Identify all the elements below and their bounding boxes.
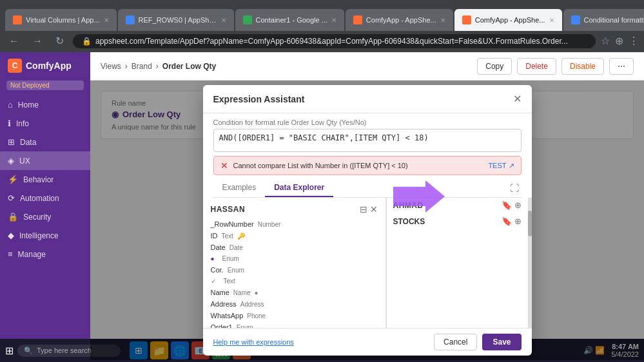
home-icon: ⌂ <box>8 100 13 110</box>
sidebar: C ComfyApp Not Deployed ⌂ Home ℹ Info ⊞ … <box>0 52 90 360</box>
page-title: Order Low Qty <box>162 62 216 71</box>
tab-comfyapp-1[interactable]: ComfyApp - AppShe... ✕ <box>346 9 453 31</box>
sidebar-item-info[interactable]: ℹ Info <box>0 114 90 133</box>
dialog-condition-label: Condition for format rule Order Low Qty … <box>203 113 532 129</box>
tab-close-icon[interactable]: ✕ <box>104 17 109 24</box>
browser-chrome: Virtual Columns | App... ✕ REF_ROWS0 | A… <box>0 0 644 31</box>
menu-icon[interactable]: ⋮ <box>629 35 639 47</box>
field-row-id[interactable]: ID Text 🔑 <box>203 230 385 242</box>
tab-virtual-columns[interactable]: Virtual Columns | App... ✕ <box>5 9 117 31</box>
field-name: Order1 <box>211 323 233 328</box>
test-link[interactable]: TEST ↗ <box>488 162 514 170</box>
bookmark-pane-icon[interactable]: 🔖 <box>502 200 512 210</box>
close-right-pane-icon[interactable]: ⊕ <box>514 200 522 210</box>
security-icon: 🔒 <box>8 212 18 222</box>
external-link-icon: ↗ <box>509 162 514 170</box>
field-row-address[interactable]: Address Address <box>203 298 385 310</box>
copy-button[interactable]: Copy <box>477 58 512 75</box>
check-icon: ✓ <box>211 278 216 285</box>
sidebar-item-behavior[interactable]: ⚡ Behavior <box>0 170 90 189</box>
field-row-name[interactable]: Name Name ● <box>203 287 385 298</box>
expression-input[interactable]: AND([ORDER1] = "BASIC CHAIR",[ITEM QTY] … <box>213 129 522 152</box>
expression-text: AND([ORDER1] = "BASIC CHAIR",[ITEM QTY] … <box>219 133 429 142</box>
save-button[interactable]: Save <box>482 334 521 350</box>
field-name: WhatsApp <box>211 312 244 319</box>
right-pane-stocks[interactable]: STOCKS 🔖 ⊕ <box>387 214 528 229</box>
field-row-date[interactable]: Date Date <box>203 242 385 253</box>
field-row-rownumber[interactable]: _RowNumber Number <box>203 218 385 230</box>
info-icon: ℹ <box>8 119 11 128</box>
arrow-annotation <box>393 180 445 214</box>
help-link[interactable]: Help me with expressions <box>213 338 294 346</box>
refresh-button[interactable]: ↻ <box>52 33 68 48</box>
disable-button[interactable]: Disable <box>561 58 604 75</box>
forward-button[interactable]: → <box>28 34 46 48</box>
field-row-check[interactable]: ✓ Text <box>203 276 385 287</box>
field-row-cor[interactable]: Cor. Enum <box>203 264 385 276</box>
more-button[interactable]: ⋯ <box>609 58 634 75</box>
tab-ref-rows[interactable]: REF_ROWS0 | AppShe... ✕ <box>118 9 234 31</box>
start-button[interactable]: ⊞ <box>5 345 14 357</box>
filter-icon[interactable]: ⊟ <box>360 204 367 214</box>
tab-container[interactable]: Container1 - Google ... ✕ <box>235 9 344 31</box>
scroll-indicator[interactable] <box>528 198 532 328</box>
tab-close-icon[interactable]: ✕ <box>221 17 226 24</box>
sidebar-item-label: Manage <box>18 250 46 259</box>
bookmark-stocks-icon[interactable]: 🔖 <box>502 216 512 226</box>
sidebar-item-home[interactable]: ⌂ Home <box>0 95 90 114</box>
scroll-thumb[interactable] <box>528 211 532 236</box>
close-pane-icon[interactable]: ✕ <box>370 204 378 214</box>
data-icon: ⊞ <box>8 137 15 147</box>
tab-favicon <box>243 15 252 24</box>
tab-label: REF_ROWS0 | AppShe... <box>139 16 217 24</box>
tab-favicon <box>571 15 580 24</box>
deployment-badge: Not Deployed <box>6 81 84 90</box>
tab-conditional[interactable]: Conditional formatti... ✕ <box>563 9 644 31</box>
address-text: appsheet.com/Template/AppDef?appName=Com… <box>95 37 568 46</box>
sidebar-item-data[interactable]: ⊞ Data <box>0 133 90 151</box>
sidebar-item-security[interactable]: 🔒 Security <box>0 207 90 226</box>
tab-data-explorer-label: Data Explorer <box>274 183 324 192</box>
ssl-lock-icon: 🔒 <box>82 37 92 46</box>
dialog-close-button[interactable]: ✕ <box>513 93 522 105</box>
field-type: Name <box>233 289 251 296</box>
tab-close-icon[interactable]: ✕ <box>549 17 554 24</box>
tab-label: Virtual Columns | App... <box>26 16 100 24</box>
stocks-label: STOCKS <box>393 217 425 226</box>
tab-favicon <box>126 15 135 24</box>
svg-marker-0 <box>393 180 445 213</box>
tab-label: Container1 - Google ... <box>256 16 327 24</box>
sidebar-item-intelligence[interactable]: ◆ Intelligence <box>0 226 90 245</box>
delete-button[interactable]: Delete <box>517 58 556 75</box>
tab-label: ComfyApp - AppShe... <box>475 16 545 24</box>
field-row-enum1[interactable]: ● Enum <box>203 253 385 264</box>
error-icon: ✕ <box>220 160 228 171</box>
address-bar[interactable]: 🔒 appsheet.com/Template/AppDef?appName=C… <box>73 34 596 48</box>
extensions-icon[interactable]: ⊕ <box>615 35 623 47</box>
tab-close-icon[interactable]: ✕ <box>331 17 337 24</box>
dialog-tabs: Examples Data Explorer ⛶ <box>213 179 522 198</box>
sidebar-item-automation[interactable]: ⟳ Automation <box>0 189 90 207</box>
field-row-order1[interactable]: Order1 Enum <box>203 321 385 328</box>
back-button[interactable]: ← <box>5 34 23 48</box>
field-row-whatsapp[interactable]: WhatsApp Phone <box>203 310 385 321</box>
cancel-button[interactable]: Cancel <box>434 334 477 350</box>
data-explorer: HASSAN ⊟ ✕ _RowNumber Number <box>203 198 532 328</box>
field-name: Date <box>211 243 226 251</box>
tab-comfyapp-2[interactable]: ComfyApp - AppShe... ✕ <box>454 9 562 31</box>
expand-stocks-icon[interactable]: ⊕ <box>514 216 522 226</box>
bookmark-icon[interactable]: ☆ <box>601 35 610 47</box>
tab-examples[interactable]: Examples <box>213 179 266 197</box>
tab-data-explorer[interactable]: Data Explorer <box>265 179 333 197</box>
tab-label: Conditional formatti... <box>584 16 644 24</box>
sidebar-item-ux[interactable]: ◈ UX <box>0 151 90 170</box>
sidebar-item-label: Intelligence <box>19 231 59 240</box>
sidebar-item-manage[interactable]: ≡ Manage <box>0 245 90 263</box>
expand-icon[interactable]: ⛶ <box>510 183 519 193</box>
tab-close-icon[interactable]: ✕ <box>440 17 445 24</box>
field-type: Date <box>229 244 243 251</box>
browser-tab-list: Virtual Columns | App... ✕ REF_ROWS0 | A… <box>5 0 644 31</box>
dialog-title: Expression Assistant <box>213 94 305 104</box>
intelligence-icon: ◆ <box>8 231 14 240</box>
tab-examples-label: Examples <box>222 183 257 192</box>
